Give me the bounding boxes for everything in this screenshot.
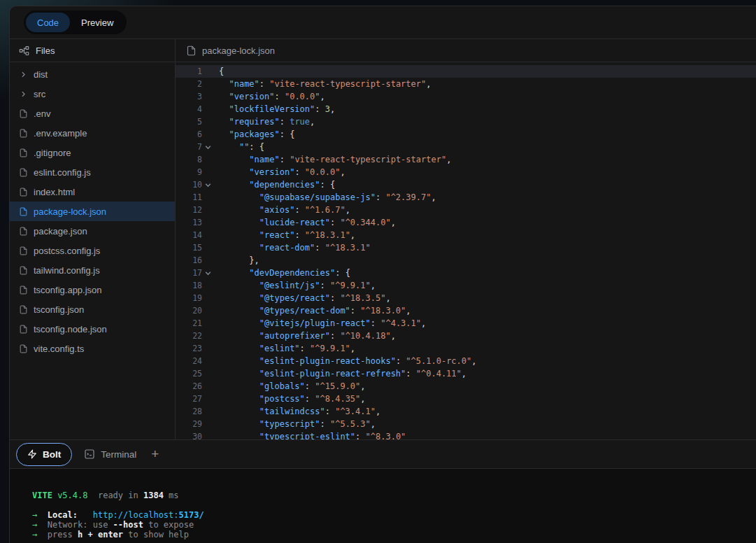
file-tree-item-tsconfig.json[interactable]: tsconfig.json — [10, 299, 175, 319]
file-tree-icon — [19, 45, 29, 56]
file-tree-item-index.html[interactable]: index.html — [10, 182, 175, 202]
line-number: 28 — [176, 407, 202, 416]
bolt-tab[interactable]: Bolt — [16, 443, 72, 466]
fold-chevron-icon[interactable] — [202, 269, 214, 277]
code-line-5[interactable]: 5 "requires": true, — [176, 115, 756, 128]
terminal-output[interactable]: VITE v5.4.8 ready in 1384 ms→ Local: htt… — [10, 468, 756, 543]
file-tree-item-src[interactable]: src — [10, 84, 175, 104]
file-tree-item-tsconfig.node.json[interactable]: tsconfig.node.json — [10, 319, 175, 339]
code-line-19[interactable]: 19 "@types/react": "^18.3.5", — [176, 292, 756, 304]
code-line-9[interactable]: 9 "version": "0.0.0", — [176, 166, 756, 178]
header-row: Files package-lock.json — [10, 39, 756, 62]
code-line-text: "packages": { — [214, 128, 294, 141]
code-line-text: "name": "vite-react-typescript-starter", — [214, 78, 431, 90]
code-line-text: }, — [214, 254, 259, 267]
line-number: 9 — [176, 167, 202, 177]
code-line-text: "name": "vite-react-typescript-starter", — [214, 153, 451, 166]
file-tree-item-.env[interactable]: .env — [10, 104, 175, 123]
code-line-21[interactable]: 21 "@vitejs/plugin-react": "^4.3.1", — [176, 317, 756, 330]
code-line-text: "eslint": "^9.9.1", — [214, 342, 355, 355]
code-line-text: "@types/react": "^18.3.5", — [214, 292, 391, 304]
file-tree-item-label: index.html — [34, 187, 75, 197]
line-number: 20 — [176, 306, 202, 316]
code-line-16[interactable]: 16 }, — [176, 254, 756, 267]
line-number: 22 — [176, 331, 202, 341]
file-tree-item-eslint.config.js[interactable]: eslint.config.js — [10, 162, 175, 182]
code-line-25[interactable]: 25 "eslint-plugin-react-refresh": "^0.4.… — [176, 367, 756, 380]
file-tree-item-label: tsconfig.json — [34, 304, 84, 315]
code-line-22[interactable]: 22 "autoprefixer": "^10.4.18", — [176, 330, 756, 342]
file-icon — [19, 109, 29, 118]
line-number: 30 — [176, 432, 202, 439]
code-line-24[interactable]: 24 "eslint-plugin-react-hooks": "^5.1.0-… — [176, 355, 756, 367]
code-line-2[interactable]: 2 "name": "vite-react-typescript-starter… — [176, 78, 756, 90]
code-line-10[interactable]: 10 "dependencies": { — [176, 178, 756, 191]
file-icon — [19, 285, 29, 295]
file-icon — [19, 168, 29, 177]
file-tree-item-tsconfig.app.json[interactable]: tsconfig.app.json — [10, 280, 175, 299]
line-number: 12 — [176, 205, 202, 215]
code-line-12[interactable]: 12 "axios": "^1.6.7", — [176, 204, 756, 216]
code-line-text: { — [214, 65, 224, 78]
editor-tab-label: package-lock.json — [202, 45, 275, 56]
line-number: 23 — [176, 344, 202, 353]
code-line-20[interactable]: 20 "@types/react-dom": "^18.3.0", — [176, 304, 756, 317]
code-line-26[interactable]: 26 "globals": "^15.9.0", — [176, 380, 756, 393]
fold-chevron-icon[interactable] — [202, 181, 214, 189]
code-line-17[interactable]: 17 "devDependencies": { — [176, 267, 756, 279]
terminal-line — [32, 500, 756, 510]
code-line-text: "version": "0.0.0", — [214, 166, 345, 178]
file-icon — [19, 227, 29, 236]
file-tree-item-package-lock.json[interactable]: package-lock.json — [10, 202, 175, 221]
code-line-14[interactable]: 14 "react": "^18.3.1", — [176, 229, 756, 241]
code-line-23[interactable]: 23 "eslint": "^9.9.1", — [176, 342, 756, 355]
line-number: 11 — [176, 192, 202, 202]
line-number: 14 — [176, 230, 202, 240]
file-tree-item-postcss.config.js[interactable]: postcss.config.js — [10, 241, 175, 260]
line-number: 6 — [176, 129, 202, 139]
code-line-text: "axios": "^1.6.7", — [214, 204, 350, 216]
code-line-15[interactable]: 15 "react-dom": "^18.3.1" — [176, 241, 756, 254]
code-area[interactable]: 1{2 "name": "vite-react-typescript-start… — [176, 62, 756, 439]
code-line-13[interactable]: 13 "lucide-react": "^0.344.0", — [176, 216, 756, 229]
preview-toggle-button[interactable]: Preview — [70, 13, 124, 32]
code-line-6[interactable]: 6 "packages": { — [176, 128, 756, 141]
file-tree-item-tailwind.config.js[interactable]: tailwind.config.js — [10, 260, 175, 280]
code-line-28[interactable]: 28 "tailwindcss": "^3.4.1", — [176, 405, 756, 418]
file-tree-item-package.json[interactable]: package.json — [10, 221, 175, 241]
terminal-line: → press h + enter to show help — [32, 530, 756, 540]
file-tree-item-vite.config.ts[interactable]: vite.config.ts — [10, 339, 175, 358]
code-line-8[interactable]: 8 "name": "vite-react-typescript-starter… — [176, 153, 756, 166]
terminal-line: VITE v5.4.8 ready in 1384 ms — [32, 491, 756, 500]
fold-chevron-icon[interactable] — [202, 143, 214, 151]
code-line-11[interactable]: 11 "@supabase/supabase-js": "^2.39.7", — [176, 191, 756, 204]
code-line-3[interactable]: 3 "version": "0.0.0", — [176, 90, 756, 103]
line-number: 13 — [176, 218, 202, 227]
code-line-text: "lockfileVersion": 3, — [214, 103, 335, 115]
bottom-tab-bar: Bolt Terminal + — [10, 439, 756, 468]
code-line-18[interactable]: 18 "@eslint/js": "^9.9.1", — [176, 279, 756, 292]
file-tree-item-.env.example[interactable]: .env.example — [10, 123, 175, 143]
terminal-tab-label: Terminal — [101, 449, 136, 460]
editor-file-tab[interactable]: package-lock.json — [176, 39, 756, 62]
code-line-7[interactable]: 7 "": { — [176, 141, 756, 153]
line-number: 25 — [176, 369, 202, 379]
code-toggle-button[interactable]: Code — [26, 13, 70, 32]
line-number: 26 — [176, 381, 202, 391]
code-line-30[interactable]: 30 "typescript-eslint": "^8.3.0" — [176, 430, 756, 439]
code-line-29[interactable]: 29 "typescript": "^5.5.3", — [176, 418, 756, 430]
code-line-text: "react-dom": "^18.3.1" — [214, 241, 371, 254]
code-line-27[interactable]: 27 "postcss": "^8.4.35", — [176, 393, 756, 405]
line-number: 4 — [176, 104, 202, 114]
file-icon — [19, 129, 29, 138]
file-tree-item-label: tsconfig.node.json — [34, 324, 107, 334]
code-line-4[interactable]: 4 "lockfileVersion": 3, — [176, 103, 756, 115]
code-line-1[interactable]: 1{ — [176, 65, 756, 78]
code-line-text: "requires": true, — [214, 115, 315, 128]
terminal-tab[interactable]: Terminal — [84, 449, 136, 460]
file-tree-item-label: vite.config.ts — [34, 344, 84, 354]
workbench-panel: Code Preview Files — [9, 6, 756, 543]
file-tree-item-.gitignore[interactable]: .gitignore — [10, 143, 175, 162]
add-terminal-button[interactable]: + — [148, 446, 162, 462]
file-tree-item-dist[interactable]: dist — [10, 64, 175, 84]
